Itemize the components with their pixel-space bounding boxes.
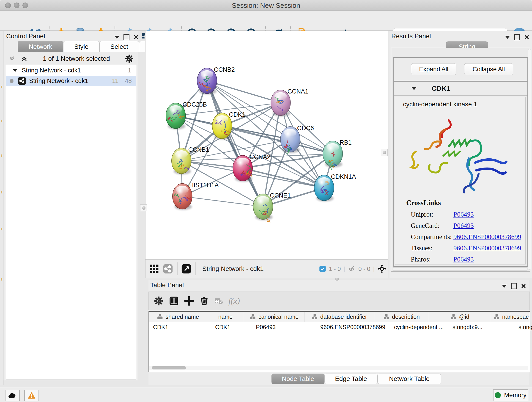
panel-menu-icon[interactable]	[505, 36, 510, 39]
network-collection-row[interactable]: String Network - cdk1 1	[6, 65, 136, 76]
float-panel-icon[interactable]	[511, 283, 517, 289]
table-toolbar: f(x)	[148, 292, 530, 310]
crosslink-label: Compartments:	[411, 233, 453, 241]
column-header-shared-name[interactable]: shared name	[149, 312, 207, 322]
warnings-button[interactable]	[24, 390, 39, 401]
collapse-all-button[interactable]: Collapse All	[464, 63, 513, 75]
node-label: CCNA2	[249, 153, 270, 160]
crosslink-label: Pharos:	[411, 255, 453, 263]
table-horizontal-scrollbar[interactable]	[149, 366, 528, 370]
crosslink-link[interactable]: P06493	[453, 255, 474, 263]
table-cell[interactable]: cyclin-dependent ...	[390, 322, 448, 332]
table-options-gear-icon[interactable]	[154, 296, 164, 306]
network-selection-status: 1 of 1 Network selected	[28, 55, 125, 62]
app-window: Session: New Session	[0, 0, 532, 402]
table-cell[interactable]: CDK1	[149, 322, 211, 332]
cloud-status-button[interactable]	[5, 390, 20, 401]
detach-view-icon[interactable]	[181, 264, 191, 274]
tab-network-table[interactable]: Network Table	[378, 374, 441, 384]
column-header-database-identifier[interactable]: database identifier	[304, 312, 374, 322]
float-panel-icon[interactable]	[514, 34, 520, 40]
network-edge[interactable]	[207, 81, 281, 103]
close-panel-icon[interactable]	[521, 283, 526, 288]
main-toolbar: ?	[0, 11, 532, 31]
column-header--id[interactable]: @id	[429, 312, 491, 322]
selected-checkbox-icon[interactable]	[319, 265, 326, 272]
entry-header[interactable]: CDK1	[394, 82, 527, 96]
expand-all-button[interactable]: Expand All	[411, 63, 456, 75]
network-list-toolbar: 1 of 1 Network selected	[3, 53, 138, 64]
right-splitter-grip[interactable]	[381, 149, 388, 156]
table-tabs: Node Table Edge Table Network Table	[272, 374, 441, 384]
results-panel-title: Results Panel	[391, 32, 431, 40]
node-label: CDKN1A	[331, 173, 356, 180]
network-options-gear-icon[interactable]	[125, 54, 134, 63]
show-columns-icon[interactable]	[169, 296, 179, 306]
table-panel: Table Panel f(x) shared namenamecanonica…	[148, 280, 529, 385]
node-label: CDC6	[297, 125, 314, 132]
collection-count: 1	[128, 67, 131, 74]
panel-menu-icon[interactable]	[114, 36, 119, 39]
crosslink-link[interactable]: P06493	[453, 222, 474, 230]
left-splitter-grip[interactable]	[140, 204, 147, 211]
tab-style[interactable]: Style	[63, 41, 99, 52]
column-header-namespac[interactable]: namespac	[491, 312, 531, 322]
column-header-canonical-name[interactable]: canonical name	[244, 312, 304, 322]
results-scrollbar[interactable]	[528, 49, 531, 269]
close-panel-icon[interactable]	[524, 35, 529, 40]
column-header-description[interactable]: description	[374, 312, 429, 322]
scrollbar-thumb[interactable]	[152, 366, 186, 370]
crosslink-link[interactable]: P06493	[453, 211, 474, 218]
table-cell[interactable]: stringdb	[514, 322, 532, 332]
network-badge-icon[interactable]	[163, 264, 173, 274]
tab-edge-table[interactable]: Edge Table	[324, 374, 378, 384]
column-type-icon	[312, 314, 317, 320]
protein-structure-image	[396, 110, 525, 195]
column-type-icon	[383, 314, 389, 320]
expand-all-icon[interactable]	[20, 55, 28, 62]
memory-button[interactable]: Memory	[493, 389, 528, 401]
network-edge[interactable]	[182, 196, 263, 207]
grid-view-icon[interactable]	[149, 264, 159, 274]
selected-counts: 1 - 0	[329, 265, 341, 273]
crosslink-row: GeneCard:P06493	[411, 222, 525, 230]
table-row[interactable]: CDK1CDK1P064939606.ENSP00000378699cyclin…	[149, 322, 530, 332]
delete-column-icon[interactable]	[199, 296, 209, 306]
results-footer-strip	[393, 267, 527, 270]
tab-select[interactable]: Select	[99, 41, 139, 52]
toolbar-separator	[196, 262, 196, 275]
crosslink-link[interactable]: 9606.ENSP00000378699	[453, 244, 521, 252]
create-column-icon[interactable]	[184, 296, 194, 306]
network-row[interactable]: String Network - cdk1 11 48	[6, 76, 136, 86]
collapse-entry-icon[interactable]	[412, 87, 417, 90]
table-cell[interactable]: stringdb:9...	[448, 322, 514, 332]
table-cell[interactable]: P06493	[252, 322, 316, 332]
pan-crosshair-icon[interactable]	[377, 264, 386, 274]
node-label: CCNA1	[288, 88, 308, 95]
horizontal-splitter-grip[interactable]	[335, 278, 339, 281]
network-view-panel: CCNB2CCNA1CDC25BCDK1CDC6RB1CCNB1CCNA2CDK…	[145, 31, 388, 278]
entry-description: cyclin-dependent kinase 1	[403, 101, 525, 108]
node-count: 11	[112, 77, 119, 85]
status-bar: Memory	[0, 387, 532, 402]
title-bar: Session: New Session	[0, 0, 532, 11]
collapse-icon[interactable]	[13, 69, 18, 72]
crosslink-link[interactable]: 9606.ENSP00000378699	[453, 233, 521, 241]
tab-node-table[interactable]: Node Table	[272, 374, 324, 384]
collapse-all-icon[interactable]	[8, 55, 16, 62]
table-cell[interactable]: CDK1	[211, 322, 252, 332]
results-panel: Results Panel String Expand All Collapse…	[389, 31, 532, 278]
warning-icon	[27, 392, 36, 399]
float-panel-icon[interactable]	[123, 34, 129, 40]
control-panel-title: Control Panel	[6, 32, 45, 40]
network-list: String Network - cdk1 1 String Network -…	[6, 65, 136, 380]
toolbar-separator	[177, 262, 177, 275]
table-cell[interactable]: 9606.ENSP00000378699	[316, 322, 390, 332]
node-label: RB1	[340, 139, 351, 146]
network-canvas[interactable]: CCNB2CCNA1CDC25BCDK1CDC6RB1CCNB1CCNA2CDK…	[145, 31, 388, 260]
close-panel-icon[interactable]	[133, 35, 139, 40]
tab-network[interactable]: Network	[18, 41, 63, 52]
column-header-name[interactable]: name	[207, 312, 244, 322]
entry-body: cyclin-dependent kinase 1	[395, 97, 526, 264]
panel-menu-icon[interactable]	[502, 285, 507, 288]
